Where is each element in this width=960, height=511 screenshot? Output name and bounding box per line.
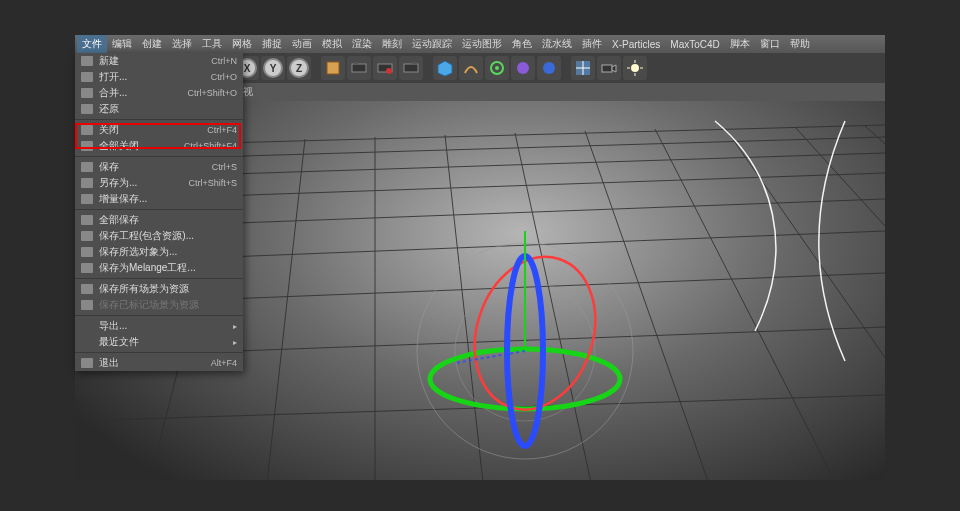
menu-item-15[interactable]: 插件	[577, 35, 607, 53]
menu-item-label: 全部关闭	[99, 139, 184, 153]
spline-pen-icon[interactable]	[459, 56, 483, 80]
svg-line-39	[585, 131, 715, 480]
menu-item-1[interactable]: 编辑	[107, 35, 137, 53]
svg-point-46	[430, 349, 620, 409]
file-menu-item-20[interactable]: 导出...▸	[75, 318, 243, 334]
render-region-icon[interactable]	[373, 56, 397, 80]
file-menu-item-12[interactable]: 全部保存	[75, 212, 243, 228]
file-menu-item-18: 保存已标记场景为资源	[75, 297, 243, 313]
menu-item-13[interactable]: 角色	[507, 35, 537, 53]
file-menu-item-1[interactable]: 打开...Ctrl+O	[75, 69, 243, 85]
svg-line-43	[865, 126, 885, 480]
menu-item-icon	[79, 54, 95, 68]
file-menu-item-0[interactable]: 新建Ctrl+N	[75, 53, 243, 69]
menu-item-4[interactable]: 工具	[197, 35, 227, 53]
menu-item-icon	[79, 102, 95, 116]
camera-icon[interactable]	[597, 56, 621, 80]
svg-point-4	[386, 68, 392, 74]
menu-item-shortcut: Alt+F4	[211, 358, 237, 368]
menu-item-label: 保存所选对象为...	[99, 245, 237, 259]
menu-item-shortcut: Ctrl+Shift+F4	[184, 141, 237, 151]
menu-item-11[interactable]: 运动跟踪	[407, 35, 457, 53]
menu-item-label: 关闭	[99, 123, 207, 137]
file-menu-item-6[interactable]: 全部关闭Ctrl+Shift+F4	[75, 138, 243, 154]
menu-item-label: 保存为Melange工程...	[99, 261, 237, 275]
file-menu-item-14[interactable]: 保存所选对象为...	[75, 244, 243, 260]
menu-item-3[interactable]: 选择	[167, 35, 197, 53]
submenu-arrow-icon: ▸	[233, 322, 237, 331]
file-menu-item-23[interactable]: 退出Alt+F4	[75, 355, 243, 371]
menu-item-icon	[79, 86, 95, 100]
menu-item-19[interactable]: 窗口	[755, 35, 785, 53]
svg-rect-1	[352, 64, 366, 72]
file-menu-item-9[interactable]: 另存为...Ctrl+Shift+S	[75, 175, 243, 191]
svg-rect-5	[404, 64, 418, 72]
menu-item-7[interactable]: 动画	[287, 35, 317, 53]
deformer-icon[interactable]	[511, 56, 535, 80]
environment-icon[interactable]	[537, 56, 561, 80]
file-menu-item-17[interactable]: 保存所有场景为资源	[75, 281, 243, 297]
menu-separator	[75, 156, 243, 157]
file-menu-item-8[interactable]: 保存Ctrl+S	[75, 159, 243, 175]
render-settings-icon[interactable]	[399, 56, 423, 80]
file-menu-item-5[interactable]: 关闭Ctrl+F4	[75, 122, 243, 138]
file-menu-item-10[interactable]: 增量保存...	[75, 191, 243, 207]
menu-item-icon	[79, 123, 95, 137]
menu-item-shortcut: Ctrl+O	[211, 72, 237, 82]
menu-item-8[interactable]: 模拟	[317, 35, 347, 53]
menu-item-0[interactable]: 文件	[77, 35, 107, 53]
app-window: 文件编辑创建选择工具网格捕捉动画模拟渲染雕刻运动跟踪运动图形角色流水线插件X-P…	[75, 35, 885, 480]
menu-item-label: 合并...	[99, 86, 187, 100]
menu-item-12[interactable]: 运动图形	[457, 35, 507, 53]
svg-rect-0	[327, 62, 339, 74]
menu-item-shortcut: Ctrl+Shift+S	[188, 178, 237, 188]
menu-item-icon	[79, 229, 95, 243]
floor-icon[interactable]	[571, 56, 595, 80]
render-icon[interactable]	[347, 56, 371, 80]
submenu-arrow-icon: ▸	[233, 338, 237, 347]
svg-point-10	[517, 62, 529, 74]
menu-item-label: 保存	[99, 160, 212, 174]
generator-icon[interactable]	[485, 56, 509, 80]
menu-item-2[interactable]: 创建	[137, 35, 167, 53]
svg-point-11	[543, 62, 555, 74]
menu-item-18[interactable]: 脚本	[725, 35, 755, 53]
menu-item-icon	[79, 335, 95, 349]
svg-line-35	[265, 139, 305, 480]
menu-item-label: 导出...	[99, 319, 229, 333]
menu-item-5[interactable]: 网格	[227, 35, 257, 53]
menu-item-label: 保存工程(包含资源)...	[99, 229, 237, 243]
file-menu-item-2[interactable]: 合并...Ctrl+Shift+O	[75, 85, 243, 101]
xyz-z-button[interactable]: Z	[287, 56, 311, 80]
cube-icon[interactable]	[321, 56, 345, 80]
menu-item-label: 保存已标记场景为资源	[99, 298, 237, 312]
primitive-cube-icon[interactable]	[433, 56, 457, 80]
file-menu-item-3[interactable]: 还原	[75, 101, 243, 117]
menu-item-9[interactable]: 渲染	[347, 35, 377, 53]
file-menu-item-13[interactable]: 保存工程(包含资源)...	[75, 228, 243, 244]
menu-item-6[interactable]: 捕捉	[257, 35, 287, 53]
menu-item-14[interactable]: 流水线	[537, 35, 577, 53]
svg-line-40	[655, 129, 845, 480]
file-menu-item-21[interactable]: 最近文件▸	[75, 334, 243, 350]
menu-item-icon	[79, 356, 95, 370]
svg-point-17	[631, 64, 639, 72]
menu-item-16[interactable]: X-Particles	[607, 35, 665, 53]
file-menu-dropdown: 新建Ctrl+N打开...Ctrl+O合并...Ctrl+Shift+O还原关闭…	[75, 53, 243, 371]
menu-item-icon	[79, 160, 95, 174]
menu-item-17[interactable]: MaxToC4D	[665, 35, 724, 53]
light-icon[interactable]	[623, 56, 647, 80]
menu-item-20[interactable]: 帮助	[785, 35, 815, 53]
svg-point-9	[495, 66, 499, 70]
menu-item-10[interactable]: 雕刻	[377, 35, 407, 53]
menu-item-icon	[79, 319, 95, 333]
menu-item-shortcut: Ctrl+Shift+O	[187, 88, 237, 98]
svg-line-41	[725, 128, 885, 480]
menu-separator	[75, 315, 243, 316]
menu-item-icon	[79, 282, 95, 296]
xyz-y-button[interactable]: Y	[261, 56, 285, 80]
menu-item-shortcut: Ctrl+S	[212, 162, 237, 172]
menu-item-label: 打开...	[99, 70, 211, 84]
menu-item-label: 退出	[99, 356, 211, 370]
file-menu-item-15[interactable]: 保存为Melange工程...	[75, 260, 243, 276]
